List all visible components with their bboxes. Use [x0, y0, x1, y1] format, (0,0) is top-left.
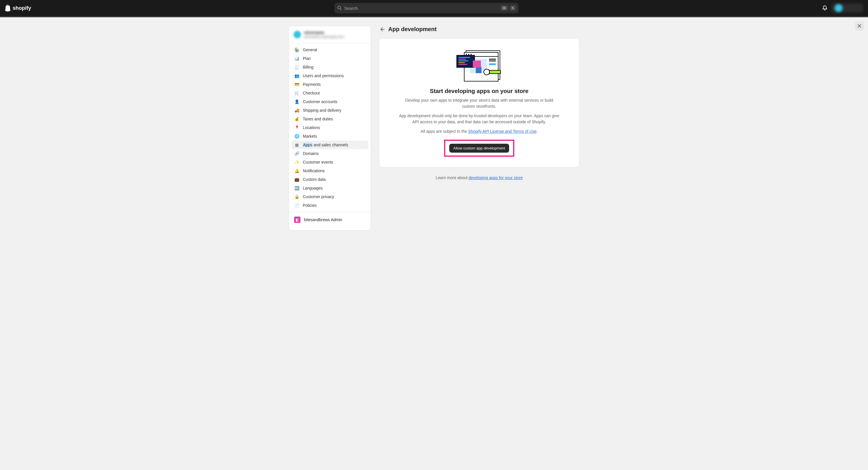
sidebar-label: Users and permissions: [303, 74, 344, 78]
sidebar-item-general[interactable]: 🏪General: [291, 46, 368, 54]
sidebar-item-users[interactable]: 👥Users and permissions: [291, 71, 368, 80]
svg-point-5: [466, 54, 467, 55]
svg-line-1: [340, 9, 341, 10]
sidebar-item-domains[interactable]: 🔗Domains: [291, 149, 368, 158]
sidebar-item-checkout[interactable]: 🛒Checkout: [291, 89, 368, 97]
globe-icon: 🌐: [294, 134, 299, 139]
sidebar-item-locations[interactable]: 📍Locations: [291, 123, 368, 132]
shortcut-mod: ⌘: [501, 5, 508, 11]
sidebar-item-custom-data[interactable]: 💼Custom data: [291, 175, 368, 184]
card-p3-suffix: .: [536, 129, 537, 134]
card-p1: Develop your own apps to integrate your …: [399, 97, 560, 110]
shortcut-key: K: [510, 5, 516, 11]
sidebar-label: Customer accounts: [303, 99, 338, 104]
page-title: App development: [388, 26, 437, 33]
search-bar[interactable]: ⌘ K: [334, 3, 519, 13]
card-p3-prefix: All apps are subject to the: [421, 129, 468, 134]
sidebar-label: Policies: [303, 203, 317, 208]
sidebar-item-billing[interactable]: 🧾Billing: [291, 63, 368, 71]
sidebar-item-apps[interactable]: ▦Apps and sales channels: [291, 141, 368, 149]
sidebar-label: Customer events: [303, 160, 333, 165]
sidebar-label: Domains: [303, 151, 319, 156]
card-p3: All apps are subject to the Shopify API …: [399, 128, 560, 135]
tax-icon: 💰: [294, 117, 299, 121]
sidebar-item-policies[interactable]: 📄Policies: [291, 201, 368, 210]
bell-icon[interactable]: [822, 5, 828, 11]
sidebar-item-shipping[interactable]: 🚚Shipping and delivery: [291, 106, 368, 115]
arrow-left-icon: [379, 27, 385, 32]
allow-custom-apps-button[interactable]: Allow custom app development: [449, 144, 509, 153]
layout: storename storename.myshopify.com 🏪Gener…: [289, 26, 579, 230]
user-menu[interactable]: [832, 3, 863, 13]
search-input[interactable]: [344, 6, 498, 11]
store-name: storename: [304, 30, 344, 35]
sidebar-label: Checkout: [303, 91, 320, 95]
sidebar-list: 🏪General 📊Plan 🧾Billing 👥Users and permi…: [289, 43, 371, 227]
content-area: storename storename.myshopify.com 🏪Gener…: [0, 17, 868, 230]
search-wrap: ⌘ K: [36, 3, 817, 13]
brand-name: shopify: [13, 5, 31, 11]
sidebar-item-notifications[interactable]: 🔔Notifications: [291, 167, 368, 175]
svg-rect-12: [459, 60, 468, 61]
wand-icon: ✨: [294, 160, 299, 165]
sidebar-label: Billing: [303, 65, 313, 69]
lock-icon: 🔒: [294, 195, 299, 199]
document-icon: 📄: [294, 203, 299, 208]
sidebar-label: Locations: [303, 125, 320, 130]
learn-more-link[interactable]: developing apps for your store: [468, 175, 523, 180]
sidebar-item-markets[interactable]: 🌐Markets: [291, 132, 368, 141]
learn-more-prefix: Learn more about: [436, 175, 468, 180]
svg-rect-15: [489, 59, 496, 60]
svg-point-6: [468, 54, 469, 55]
language-icon: 🔤: [294, 186, 299, 190]
svg-point-0: [338, 6, 341, 9]
search-icon: [337, 6, 342, 10]
store-header[interactable]: storename storename.myshopify.com: [289, 26, 371, 43]
sidebar-app-item[interactable]: ◧ bitesandbrews Admin: [291, 214, 368, 225]
sidebar-item-privacy[interactable]: 🔒Customer privacy: [291, 193, 368, 201]
divider: [289, 212, 371, 212]
cart-icon: 🛒: [294, 91, 299, 95]
back-arrow[interactable]: [379, 27, 385, 32]
settings-sidebar: storename storename.myshopify.com 🏪Gener…: [289, 26, 371, 230]
svg-rect-18: [476, 67, 482, 73]
sidebar-label: Notifications: [303, 169, 324, 173]
sidebar-item-customer-accounts[interactable]: 👤Customer accounts: [291, 97, 368, 106]
app-icon: ◧: [294, 216, 301, 223]
svg-rect-16: [489, 60, 496, 61]
svg-rect-19: [473, 60, 481, 67]
app-dev-card: Start developing apps on your store Deve…: [379, 38, 579, 167]
shopify-logo[interactable]: shopify: [5, 5, 31, 11]
store-avatar: [293, 31, 301, 38]
learn-more: Learn more about developing apps for you…: [379, 175, 579, 180]
sidebar-label: Customer privacy: [303, 195, 334, 199]
svg-rect-14: [459, 64, 467, 65]
svg-rect-13: [459, 62, 465, 63]
page-header: App development: [379, 26, 579, 33]
svg-rect-21: [490, 70, 500, 74]
payments-icon: 💳: [294, 82, 299, 87]
sidebar-label: Taxes and duties: [303, 117, 333, 121]
highlight-box: Allow custom app development: [444, 140, 514, 157]
apps-icon: ▦: [294, 143, 299, 147]
truck-icon: 🚚: [294, 108, 299, 113]
chart-icon: 📊: [294, 56, 299, 61]
avatar: [835, 4, 843, 12]
sidebar-item-taxes[interactable]: 💰Taxes and duties: [291, 115, 368, 123]
close-icon: [857, 24, 862, 28]
api-terms-link[interactable]: Shopify API License and Terms of Use: [468, 129, 537, 134]
sidebar-item-languages[interactable]: 🔤Languages: [291, 184, 368, 193]
card-p2: App development should only be done by t…: [399, 113, 560, 125]
sidebar-item-plan[interactable]: 📊Plan: [291, 54, 368, 63]
sidebar-label: Apps and sales channels: [303, 143, 348, 147]
close-button[interactable]: [855, 21, 864, 31]
briefcase-icon: 💼: [294, 177, 299, 182]
sidebar-item-events[interactable]: ✨Customer events: [291, 158, 368, 167]
person-icon: 👤: [294, 99, 299, 104]
domain-icon: 🔗: [294, 151, 299, 156]
illustration: [456, 50, 503, 82]
svg-rect-11: [459, 59, 466, 60]
sidebar-label: Languages: [303, 186, 322, 190]
shopify-bag-icon: [5, 5, 11, 11]
sidebar-item-payments[interactable]: 💳Payments: [291, 80, 368, 89]
